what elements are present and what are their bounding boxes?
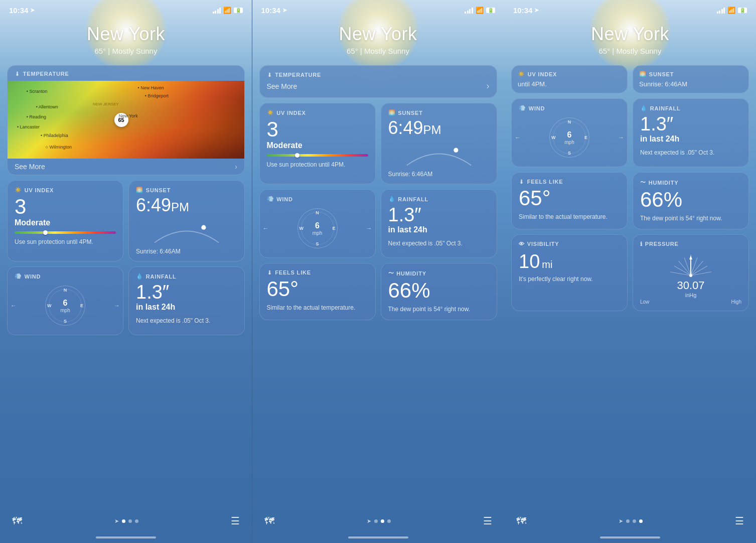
vis-unit-3: mi — [542, 259, 552, 270]
weather-desc-1: 65° | Mostly Sunny — [0, 47, 252, 55]
vis-value-3: 10 — [519, 252, 540, 271]
sunrise-text-1: Sunrise: 6:46AM — [136, 248, 237, 255]
feels-desc-3: Similar to the actual temperature. — [519, 213, 620, 221]
map-label-nj: NEW JERSEY — [93, 102, 119, 106]
temp-header-row-2: 🌡 TEMPERATURE — [267, 72, 490, 81]
uv-bar-1 — [15, 231, 116, 234]
list-nav-icon-1[interactable]: ☰ — [231, 515, 240, 527]
home-indicator-3 — [504, 532, 756, 543]
weather-desc-2: 65° | Mostly Sunny — [252, 47, 504, 55]
uv-desc-2: Use sun protection until 4PM. — [267, 161, 368, 169]
svg-point-1 — [453, 148, 458, 153]
list-nav-icon-2[interactable]: ☰ — [483, 515, 492, 527]
nav-dots-1: ➤ — [114, 518, 138, 524]
svg-marker-12 — [689, 255, 692, 259]
vis-desc-3: It's perfectly clear right now. — [519, 275, 620, 284]
pressure-unit-3: inHg — [640, 292, 741, 298]
location-icon-3: ➤ — [534, 7, 539, 14]
home-bar-3 — [600, 536, 660, 538]
nav-dot-1-2[interactable] — [128, 519, 132, 523]
time-display-1: 10:34 — [9, 6, 28, 15]
visibility-icon-3: 👁 — [519, 241, 525, 247]
nav-dot-1-3[interactable] — [135, 519, 138, 523]
map-nav-icon-3[interactable]: 🗺 — [516, 515, 526, 527]
wind-center-1: 6 mph — [60, 299, 70, 313]
nav-dot-2-1[interactable] — [374, 519, 378, 523]
sunset-arc-svg-2 — [388, 140, 490, 168]
city-name-3: New York — [504, 24, 756, 45]
rain-value-3: 1.3″ — [640, 114, 741, 133]
cards-container-1: 🌡 TEMPERATURE • Scranton • New Haven • B… — [0, 65, 252, 335]
nav-bar-2: 🗺 ➤ ☰ — [252, 509, 504, 532]
feels-label-3: 🌡 FEELS LIKE — [519, 179, 620, 185]
signal-icon-1 — [213, 8, 221, 14]
status-bar-2: 10:34 ➤ 📶 🔋 — [252, 0, 504, 15]
sunset-icon-1: 🌅 — [136, 187, 143, 193]
temp-card-label-1: 🌡 TEMPERATURE — [8, 66, 244, 81]
wind-e-arrow-1: → — [114, 302, 120, 309]
pressure-gauge-svg — [668, 250, 713, 278]
visibility-card-3: 👁 VISIBILITY 10 mi It's perfectly clear … — [511, 234, 628, 311]
sunset-arc-1 — [136, 217, 237, 245]
rainfall-card-1: 💧 RAINFALL 1.3″ in last 24h Next expecte… — [128, 266, 245, 335]
uv-sunset-row-3: ☀️ UV INDEX until 4PM. 🌅 SUNSET Sunrise:… — [511, 65, 749, 93]
see-more-link-1[interactable]: See More — [15, 163, 45, 171]
map-city-wilmington: ○ Wilmington — [46, 145, 72, 150]
nav-dot-3-active[interactable] — [639, 519, 643, 523]
wind-card-3: 💨 WIND N S E W 6 mph — [511, 98, 628, 167]
map-nav-icon-1[interactable]: 🗺 — [12, 515, 22, 527]
nav-dot-3-2[interactable] — [633, 519, 636, 523]
rain-desc-3: Next expected is .05" Oct 3. — [640, 149, 741, 157]
pressure-labels-3: Low High — [640, 299, 741, 305]
status-icons-3: 📶 🔋 — [717, 7, 747, 14]
feels-value-3: 65° — [519, 188, 620, 209]
temp-map-footer-1[interactable]: See More › — [8, 159, 244, 175]
see-more-text-2[interactable]: See More — [267, 82, 297, 90]
nav-dot-2-3[interactable] — [387, 519, 391, 523]
humidity-value-3: 66% — [640, 189, 741, 210]
pressure-high-label-3: High — [731, 299, 741, 305]
wind-e-arrow-2: → — [366, 225, 372, 232]
rain-period-1: in last 24h — [136, 303, 237, 312]
wifi-icon-2: 📶 — [476, 7, 484, 14]
feels-label-2: 🌡 FEELS LIKE — [267, 269, 368, 276]
vis-pressure-row-3: 👁 VISIBILITY 10 mi It's perfectly clear … — [511, 234, 749, 311]
uv-level-2: Moderate — [267, 141, 368, 150]
nav-dot-1-active[interactable] — [122, 519, 125, 523]
map-canvas-1: • Scranton • New Haven • Bridgeport • Al… — [8, 81, 244, 159]
phone-screen-1: 10:34 ➤ 📶 🔋 New York 65° | Mostly Sunny … — [0, 0, 252, 543]
humidity-icon-2: 〜 — [388, 269, 394, 277]
uv-sunset-row-2: ☀️ UV INDEX 3 Moderate Use sun protectio… — [259, 103, 497, 184]
cards-container-2: 🌡 TEMPERATURE See More › ☀️ UV INDEX 3 M… — [252, 65, 504, 320]
rain-value-2: 1.3″ — [388, 205, 490, 224]
wind-w-arrow-3: ← — [515, 134, 521, 141]
rain-period-3: in last 24h — [640, 134, 741, 144]
nav-bar-1: 🗺 ➤ ☰ — [0, 509, 252, 532]
phone-screen-2: 10:34 ➤ 📶 🔋 New York 65° | Mostly Sunny … — [252, 0, 504, 543]
wifi-icon-3: 📶 — [727, 7, 735, 14]
map-nav-icon-2[interactable]: 🗺 — [264, 515, 274, 527]
sunset-arc-svg-1 — [136, 217, 237, 245]
humidity-desc-3: The dew point is 54° right now. — [640, 214, 741, 223]
sunset-label-3: 🌅 SUNSET — [639, 71, 742, 77]
status-icons-2: 📶 🔋 — [465, 7, 495, 14]
humidity-card-2: 〜 HUMIDITY 66% The dew point is 54° righ… — [381, 263, 497, 320]
wind-card-2: 💨 WIND N S E W 6 mph — [259, 189, 376, 258]
status-icons-1: 📶 🔋 — [213, 7, 243, 14]
location-icon-2: ➤ — [282, 7, 287, 14]
list-nav-icon-3[interactable]: ☰ — [735, 515, 744, 527]
wind-label-3: 💨 WIND — [519, 105, 620, 111]
temperature-card-2[interactable]: 🌡 TEMPERATURE See More › — [259, 65, 497, 98]
location-nav-icon-3: ➤ — [619, 518, 623, 524]
rain-icon-1: 💧 — [136, 273, 143, 280]
nav-dot-2-active[interactable] — [381, 519, 384, 523]
feels-desc-2: Similar to the actual temperature. — [267, 304, 368, 312]
wind-rainfall-row-2: 💨 WIND N S E W 6 mph — [259, 189, 497, 258]
see-more-row-2[interactable]: See More › — [267, 81, 490, 91]
nav-dot-3-1[interactable] — [626, 519, 630, 523]
home-indicator-1 — [0, 532, 252, 543]
battery-icon-3: 🔋 — [738, 8, 747, 13]
signal-icon-3 — [717, 8, 725, 14]
pressure-value-3: 30.07 — [640, 279, 741, 292]
wind-label-1: 💨 WIND — [15, 273, 116, 280]
